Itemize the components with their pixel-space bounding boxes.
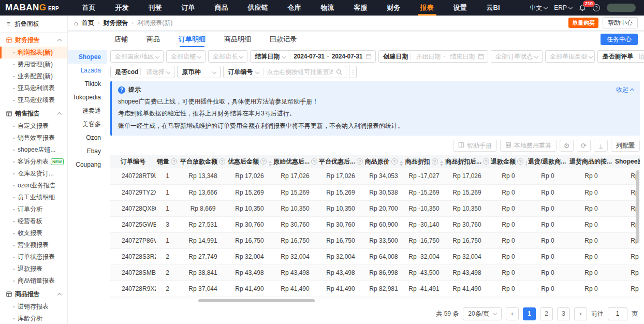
tab-5[interactable]: 回款记录 — [270, 32, 297, 47]
collapse-panel-button[interactable]: ≡ 折叠面板 — [0, 16, 67, 33]
download-button[interactable]: ↓ — [594, 140, 608, 152]
breadcrumb-section[interactable]: 财务报告 — [104, 19, 128, 27]
top-menu-item[interactable]: 首页 — [72, 0, 106, 16]
page-number-button[interactable]: 3 — [557, 307, 570, 320]
top-menu-item[interactable]: 报表 — [411, 0, 444, 16]
info-icon[interactable]: ? — [391, 158, 398, 165]
table-row[interactable]: 240728R9X23QD...2Rp 37,044Rp 41,490Rp 41… — [110, 281, 640, 297]
sort-icon[interactable] — [269, 161, 272, 166]
info-icon[interactable]: ? — [171, 158, 177, 165]
order-number-search[interactable]: 订单编号 — [223, 66, 346, 78]
platform-item[interactable]: Tiktok — [68, 77, 107, 91]
settings-gear-button[interactable]: ⚙ — [560, 140, 574, 152]
erp-mode-selector[interactable]: ERP — [554, 4, 572, 11]
horizontal-scrollbar-thumb[interactable] — [198, 299, 315, 302]
column-header[interactable]: 商品原价? — [363, 155, 404, 168]
next-page-button[interactable]: › — [574, 307, 587, 320]
sidebar-item[interactable]: 订单状态报表 — [0, 251, 67, 263]
column-config-button[interactable]: 列配置 — [611, 140, 640, 152]
order-status-filter-select[interactable]: 全部订单状态 — [491, 50, 543, 63]
platform-item[interactable]: Tokopedia — [68, 91, 107, 104]
notification-bell-icon[interactable]: 210 — [579, 4, 586, 11]
sidebar-item[interactable]: 仓库发货订... — [0, 168, 67, 180]
sidebar-item[interactable]: 利润报表(新) — [0, 47, 67, 58]
top-menu-item[interactable]: 刊登 — [139, 0, 172, 16]
sort-icon[interactable] — [440, 161, 443, 166]
help-center-button[interactable]: 帮助中心 — [603, 17, 638, 28]
table-row[interactable]: 240728RT9UW4...1Rp 13,348Rp 17,026Rp 17,… — [110, 168, 640, 184]
sidebar-item[interactable]: 亚马逊业绩表 — [0, 94, 67, 106]
tab-3[interactable]: 订单明细 — [179, 32, 206, 47]
table-row[interactable]: 240728SMBKWJV92Rp 38,841Rp 43,498Rp 43,4… — [110, 264, 640, 281]
column-header[interactable]: 优惠后金额? — [227, 155, 272, 168]
top-menu-item[interactable]: 云BI — [477, 0, 510, 16]
sidebar-item[interactable]: 销售效率报表 — [0, 132, 67, 144]
create-end-placeholder[interactable]: 结束日期 — [446, 52, 477, 61]
sidebar-item[interactable]: 自定义报表 — [0, 120, 67, 132]
platform-item[interactable]: Ebay — [68, 144, 107, 158]
top-menu-item[interactable]: 设置 — [444, 0, 477, 16]
column-header[interactable]: Shopee回扣金额 — [614, 155, 640, 168]
column-header[interactable]: 商品折扣后...? — [444, 155, 490, 168]
column-header[interactable]: 销量? — [156, 155, 179, 168]
top-menu-item[interactable]: 开发 — [106, 0, 139, 16]
create-start-placeholder[interactable]: 开始日期 — [412, 52, 443, 61]
local-fee-recalc-button[interactable]: 本地费用重算 — [500, 140, 557, 152]
order-number-input[interactable] — [265, 68, 335, 76]
vertical-scrollbar-thumb[interactable] — [636, 170, 639, 243]
goto-page-input[interactable] — [608, 307, 627, 320]
review-order-filter[interactable]: 是否测评单 请选择 — [597, 50, 644, 63]
sidebar-item[interactable]: shopee店铺... — [0, 144, 67, 156]
country-filter-select[interactable]: 全部国家/地区 — [110, 50, 164, 63]
user-avatar[interactable] — [607, 4, 636, 12]
table-row[interactable]: 240729TY2XFVPD1Rp 13,666Rp 15,269Rp 15,2… — [110, 184, 640, 200]
currency-filter-select[interactable]: 原币种 — [177, 66, 221, 78]
table-row[interactable]: 240728S3R25H4C2Rp 27,749Rp 32,004Rp 32,0… — [110, 248, 640, 264]
column-header[interactable]: 退货商品的按... — [568, 155, 614, 168]
refresh-button[interactable]: ⟳ — [577, 140, 591, 152]
create-date-filter[interactable]: 创建日期 开始日期 - 结束日期 — [378, 50, 488, 63]
platform-item[interactable]: 速卖通 — [68, 104, 107, 117]
doc-type-filter-select[interactable]: 全部单据类型 — [545, 50, 595, 63]
sidebar-item[interactable]: 收支报表 — [0, 227, 67, 239]
task-center-button[interactable]: 任务中心 — [601, 34, 638, 45]
info-icon[interactable]: ? — [260, 158, 267, 165]
column-header[interactable]: 退款金额? — [490, 155, 527, 168]
page-size-select[interactable]: 20条/页 — [463, 307, 502, 320]
info-icon[interactable]: ? — [483, 158, 489, 165]
sidebar-item[interactable]: 营业额报表 — [0, 239, 67, 251]
sidebar-item[interactable]: 退款报表 — [0, 263, 67, 275]
app-logo[interactable]: MABANG ERP — [5, 3, 59, 13]
sort-icon[interactable] — [568, 161, 568, 166]
breadcrumb-home[interactable]: 首页 — [82, 19, 94, 27]
tab-1[interactable]: 店铺 — [114, 32, 128, 47]
column-header[interactable]: 原始优惠后...? — [272, 155, 318, 168]
table-row[interactable]: 240725GWB3KX...3Rp 27,531Rp 30,760Rp 30,… — [110, 216, 640, 232]
column-header[interactable]: 商品折扣? — [404, 155, 444, 168]
platform-item[interactable]: Coupang — [68, 158, 107, 171]
tab-4[interactable]: 商品明细 — [224, 32, 251, 47]
table-row[interactable]: 240728QX8C0D3X1Rp 8,669Rp 10,350Rp 10,35… — [110, 200, 640, 216]
info-icon[interactable]: ? — [219, 158, 225, 165]
info-icon[interactable]: ? — [517, 158, 523, 165]
cod-filter[interactable]: 是否cod 请选择 — [110, 66, 174, 78]
top-menu-item[interactable]: 客服 — [344, 0, 377, 16]
manager-filter-select[interactable]: 全部店长 — [208, 50, 247, 63]
column-header[interactable]: 订单编号 — [110, 155, 156, 168]
vertical-scrollbar[interactable] — [636, 168, 640, 299]
prev-page-button[interactable]: ‹ — [506, 307, 519, 320]
settle-date-filter[interactable]: 结算日期 2024-07-31 - 2024-07-31 — [250, 50, 376, 63]
info-icon[interactable]: ? — [432, 158, 438, 165]
sidebar-section-title[interactable]: 财务报告 — [0, 34, 67, 47]
sidebar-item[interactable]: 经营看板 — [0, 215, 67, 227]
page-number-button[interactable]: 2 — [540, 307, 553, 320]
info-icon[interactable]: ? — [311, 158, 317, 165]
column-header[interactable]: 平台放款金额? — [179, 155, 227, 168]
column-header[interactable]: 平台优惠后...? — [318, 155, 363, 168]
sidebar-item[interactable]: 商品销量报表 — [0, 275, 67, 287]
platform-item[interactable]: Shopee — [68, 50, 107, 64]
top-menu-item[interactable]: 商品 — [205, 0, 238, 16]
top-menu-item[interactable]: 供应链 — [238, 0, 278, 16]
sort-icon[interactable] — [525, 161, 527, 166]
table-row[interactable]: 240727P86VCM101Rp 14,991Rp 16,750Rp 16,7… — [110, 232, 640, 248]
